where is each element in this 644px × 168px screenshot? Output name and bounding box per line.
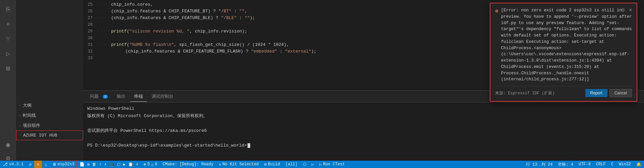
- git-icon[interactable]: ⑂: [1, 32, 15, 46]
- line-col-status[interactable]: 行 13，列 24: [523, 162, 555, 167]
- device-selector[interactable]: 🖥 esp32s3: [50, 161, 77, 168]
- status-bar: ⎇ v4.3.1 ↺ ✕ △ 🖥 esp32s3 📄 ⚙ 🗑 ⚡ ⬆ 📺 ⬡ ▶…: [0, 161, 644, 168]
- upload-icon[interactable]: ⬆: [104, 162, 106, 167]
- error-popup-header: ⊗ [Error: non zero exit code 2 esp32s3 i…: [495, 7, 632, 83]
- warning-count-num: 0: [155, 162, 157, 167]
- sidebar-item-label: 时间线: [23, 112, 36, 118]
- play-icon[interactable]: ▶: [123, 162, 125, 167]
- bell-icon: 🔔: [636, 162, 641, 167]
- sidebar-item-components[interactable]: › 项目组件: [16, 120, 83, 131]
- warning-icon-status: △: [45, 162, 47, 167]
- combined-icon[interactable]: ⬡: [117, 162, 120, 167]
- platform-status[interactable]: Win32: [616, 162, 634, 167]
- error-icon-status: ✕: [37, 162, 39, 167]
- sidebar-item-label: AZURE IOT HUB: [23, 133, 57, 138]
- all-target[interactable]: [all]: [283, 161, 300, 168]
- build-status[interactable]: ⚙ Build: [261, 161, 282, 168]
- ctest-label: Run CTest: [323, 162, 345, 167]
- git-version: v4.3.1: [9, 162, 23, 167]
- no-kit-icon: ✕: [219, 162, 221, 167]
- chevron-icon: ›: [19, 104, 21, 107]
- cmake-status-label: CMake: [Debug]: Ready: [163, 162, 213, 167]
- terminal-line-4: 尝试新的跨平台 PowerShell https://aka.ms/pscore…: [87, 127, 640, 135]
- error-popup-footer: 来源: Espressif IDF (扩展) Report Cancel: [495, 86, 632, 97]
- all-label: [all]: [285, 162, 298, 167]
- sync-icon: ↺: [29, 162, 32, 167]
- files-icon[interactable]: ⎘: [1, 3, 15, 16]
- error-circle-icon: ⊗: [495, 8, 498, 14]
- line-ending-status[interactable]: CRLF: [593, 162, 608, 167]
- lightning-icon[interactable]: ⚡: [99, 162, 101, 167]
- cmake-status-item[interactable]: CMake: [Debug]: Ready: [160, 161, 216, 168]
- device-label: esp32s3: [58, 162, 74, 167]
- tab-problems[interactable]: 问题 5: [86, 91, 112, 101]
- no-kit-label: No Kit Selected: [222, 162, 259, 167]
- gear2-icon[interactable]: ⚙: [87, 162, 90, 167]
- sync-button[interactable]: ↺: [26, 161, 34, 168]
- terminal-line-2: 版权所有 (C) Microsoft Corporation。保留所有权利。: [87, 112, 640, 120]
- report-button[interactable]: Report: [585, 89, 607, 97]
- warning-count-status[interactable]: △: [42, 161, 50, 168]
- terminal-cursor: [248, 143, 250, 148]
- error-popup-message: [Error: non zero exit code 2 esp32s3 is …: [501, 7, 632, 83]
- sidebar: › 大纲 › 时间线 › 项目组件 › AZURE IOT HUB: [16, 0, 83, 168]
- terminal-line-3: [87, 120, 640, 127]
- extensions-icon[interactable]: ⊞: [1, 62, 15, 75]
- device-icon: 🖥: [52, 162, 56, 167]
- build-toolbar: 📄 ⚙ 🗑 ⚡ ⬆ 📺 ⬡ ▶ 📋 ⬇: [77, 161, 141, 168]
- terminal-content[interactable]: Windows PowerShell 版权所有 (C) Microsoft Co…: [83, 102, 644, 161]
- sidebar-item-outline[interactable]: › 大纲: [16, 100, 83, 110]
- debug-icon[interactable]: ▷: [1, 47, 15, 60]
- popup-gear-button[interactable]: ⚙: [620, 7, 626, 13]
- cancel-button[interactable]: Cancel: [609, 89, 632, 97]
- run-icon-status: ▷: [312, 162, 314, 167]
- popup-close-button[interactable]: ✕: [628, 7, 633, 13]
- problems-badge: 5: [103, 95, 108, 99]
- monitor-icon[interactable]: 📺: [109, 162, 114, 167]
- platform-label: Win32: [619, 162, 631, 167]
- line-ending-label: CRLF: [596, 162, 606, 167]
- flash-icon-status: ⬡: [303, 162, 306, 167]
- kit-selector-status[interactable]: ✕ No Kit Selected: [216, 161, 261, 168]
- spaces-status[interactable]: 空格: 4: [555, 162, 576, 167]
- git-branch-status[interactable]: ⎇ v4.3.1: [0, 161, 26, 168]
- popup-buttons: Report Cancel: [585, 89, 632, 97]
- tab-terminal[interactable]: 终端: [130, 91, 147, 102]
- build-label: Build: [268, 162, 280, 167]
- language-status[interactable]: C: [608, 162, 616, 167]
- terminal-line-1: Windows PowerShell: [87, 105, 640, 112]
- warning-badge-icon: △: [151, 162, 154, 167]
- chevron-icon: ›: [19, 114, 21, 117]
- tab-output[interactable]: 输出: [113, 91, 129, 101]
- terminal-line-5: [87, 135, 640, 142]
- language-label: C: [611, 162, 613, 167]
- download-icon[interactable]: ⬇: [136, 162, 138, 167]
- chevron-icon: ›: [19, 134, 21, 137]
- trash-icon[interactable]: 🗑: [92, 162, 96, 167]
- notifications-bell[interactable]: 🔔: [634, 162, 644, 167]
- error-source: 来源: Espressif IDF (扩展): [495, 90, 555, 96]
- ctest-status[interactable]: ▷ Run CTest: [317, 161, 347, 168]
- error-count-num: 5: [147, 162, 150, 167]
- line-col-label: 行 13，列 24: [526, 162, 552, 167]
- search-icon[interactable]: ⌕: [1, 17, 15, 31]
- run-status[interactable]: ▷: [309, 161, 317, 168]
- error-count-badge[interactable]: ⊗ 5 △ 0: [141, 161, 160, 168]
- account-icon[interactable]: ◉: [1, 138, 15, 151]
- git-branch-icon: ⎇: [3, 162, 8, 167]
- spaces-label: 空格: 4: [558, 162, 573, 167]
- doc2-icon[interactable]: 📋: [128, 162, 133, 167]
- encoding-label: UTF-8: [579, 162, 591, 167]
- build-gear-icon: ⚙: [264, 162, 266, 167]
- sidebar-item-label: 项目组件: [23, 122, 40, 129]
- flash-status[interactable]: ⬡: [300, 161, 309, 168]
- file-icon[interactable]: 📄: [79, 162, 85, 167]
- status-right: 行 13，列 24 空格: 4 UTF-8 CRLF C Win32 🔔: [523, 162, 644, 167]
- sidebar-item-azure-iot[interactable]: › AZURE IOT HUB: [16, 131, 83, 140]
- tab-debug-console[interactable]: 调试控制台: [148, 91, 177, 101]
- error-popup-controls: ⚙ ✕: [620, 7, 633, 13]
- encoding-status[interactable]: UTF-8: [576, 162, 593, 167]
- error-count-status[interactable]: ✕: [34, 161, 42, 168]
- sidebar-item-timeline[interactable]: › 时间线: [16, 110, 83, 120]
- terminal-prompt: PS D:\esp32\Desktop\esp-idf\examples\get…: [87, 142, 640, 149]
